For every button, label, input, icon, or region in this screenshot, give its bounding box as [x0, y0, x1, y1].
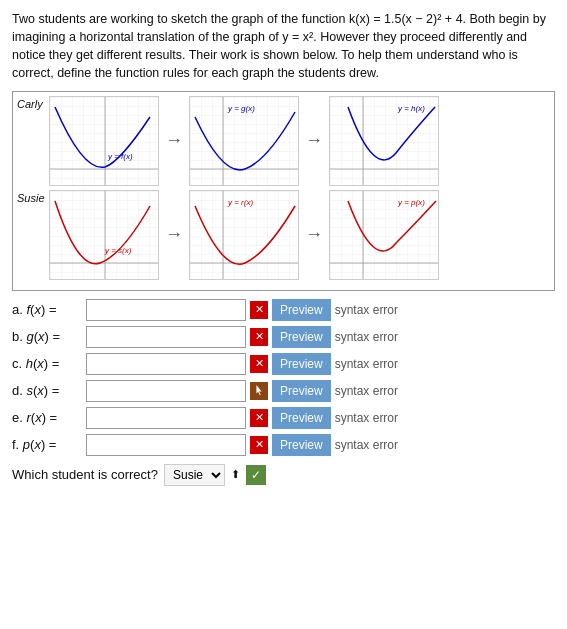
eq-label-gx: b. g(x) = — [12, 329, 82, 344]
svg-rect-16 — [50, 191, 159, 280]
syntax-error-px: syntax error — [335, 438, 398, 452]
svg-rect-1 — [50, 97, 159, 186]
eq-clear-gx[interactable]: ✕ — [250, 328, 268, 346]
eq-input-px[interactable] — [86, 434, 246, 456]
which-student-select[interactable]: Susie Carly — [164, 464, 225, 486]
svg-text:y = g(x): y = g(x) — [227, 104, 255, 113]
svg-text:y = p(x): y = p(x) — [397, 198, 425, 207]
eq-preview-px[interactable]: Preview — [272, 434, 331, 456]
arrow-2: → — [303, 130, 325, 151]
graph-fx: y = f(x) — [49, 96, 159, 186]
graph-rx: y = r(x) — [189, 190, 299, 280]
arrow-3: → — [163, 224, 185, 245]
svg-text:y = s(x): y = s(x) — [104, 246, 132, 255]
check-button[interactable]: ✓ — [246, 465, 266, 485]
eq-clear-px[interactable]: ✕ — [250, 436, 268, 454]
eq-input-rx[interactable] — [86, 407, 246, 429]
syntax-error-rx: syntax error — [335, 411, 398, 425]
eq-input-sx[interactable] — [86, 380, 246, 402]
susie-row: Susie y = s(x) — [17, 190, 550, 280]
graph-sx: y = s(x) — [49, 190, 159, 280]
select-arrow-icon: ⬆ — [231, 468, 240, 481]
graphs-section: Carly y = f — [12, 91, 555, 291]
which-student-row: Which student is correct? Susie Carly ⬆ … — [12, 464, 555, 486]
carly-graphs: y = f(x) → y = g — [49, 96, 439, 186]
graph-px: y = p(x) — [329, 190, 439, 280]
eq-label-px: f. p(x) = — [12, 437, 82, 452]
svg-text:y = h(x): y = h(x) — [397, 104, 425, 113]
eq-preview-gx[interactable]: Preview — [272, 326, 331, 348]
eq-input-gx[interactable] — [86, 326, 246, 348]
svg-text:y = r(x): y = r(x) — [227, 198, 253, 207]
eq-label-fx: a. f(x) = — [12, 302, 82, 317]
eq-clear-fx[interactable]: ✕ — [250, 301, 268, 319]
carly-label: Carly — [17, 96, 49, 110]
eq-input-hx[interactable] — [86, 353, 246, 375]
svg-text:y = f(x): y = f(x) — [107, 152, 133, 161]
eq-clear-hx[interactable]: ✕ — [250, 355, 268, 373]
eq-clear-sx[interactable] — [250, 382, 268, 400]
arrow-4: → — [303, 224, 325, 245]
eq-row-fx: a. f(x) = ✕ Preview syntax error — [12, 299, 555, 321]
eq-clear-rx[interactable]: ✕ — [250, 409, 268, 427]
eq-row-px: f. p(x) = ✕ Preview syntax error — [12, 434, 555, 456]
eq-preview-rx[interactable]: Preview — [272, 407, 331, 429]
equations-section: a. f(x) = ✕ Preview syntax error b. g(x)… — [12, 299, 555, 456]
eq-row-sx: d. s(x) = Preview syntax error — [12, 380, 555, 402]
graph-rx-svg: y = r(x) — [190, 191, 299, 280]
syntax-error-sx: syntax error — [335, 384, 398, 398]
graph-px-svg: y = p(x) — [330, 191, 439, 280]
eq-label-hx: c. h(x) = — [12, 356, 82, 371]
eq-row-gx: b. g(x) = ✕ Preview syntax error — [12, 326, 555, 348]
graph-gx: y = g(x) — [189, 96, 299, 186]
eq-preview-hx[interactable]: Preview — [272, 353, 331, 375]
eq-preview-fx[interactable]: Preview — [272, 299, 331, 321]
eq-row-hx: c. h(x) = ✕ Preview syntax error — [12, 353, 555, 375]
eq-label-rx: e. r(x) = — [12, 410, 82, 425]
carly-row: Carly y = f — [17, 96, 550, 186]
graph-fx-svg: y = f(x) — [50, 97, 159, 186]
graph-sx-svg: y = s(x) — [50, 191, 159, 280]
graph-gx-svg: y = g(x) — [190, 97, 299, 186]
syntax-error-hx: syntax error — [335, 357, 398, 371]
eq-preview-sx[interactable]: Preview — [272, 380, 331, 402]
eq-row-rx: e. r(x) = ✕ Preview syntax error — [12, 407, 555, 429]
syntax-error-fx: syntax error — [335, 303, 398, 317]
intro-text: Two students are working to sketch the g… — [12, 10, 555, 83]
eq-label-sx: d. s(x) = — [12, 383, 82, 398]
susie-graphs: y = s(x) → y = r — [49, 190, 439, 280]
graph-hx-svg: y = h(x) — [330, 97, 439, 186]
susie-label: Susie — [17, 190, 49, 204]
graph-hx: y = h(x) — [329, 96, 439, 186]
which-student-label: Which student is correct? — [12, 467, 158, 482]
eq-input-fx[interactable] — [86, 299, 246, 321]
cursor-icon — [254, 385, 264, 397]
arrow-1: → — [163, 130, 185, 151]
syntax-error-gx: syntax error — [335, 330, 398, 344]
